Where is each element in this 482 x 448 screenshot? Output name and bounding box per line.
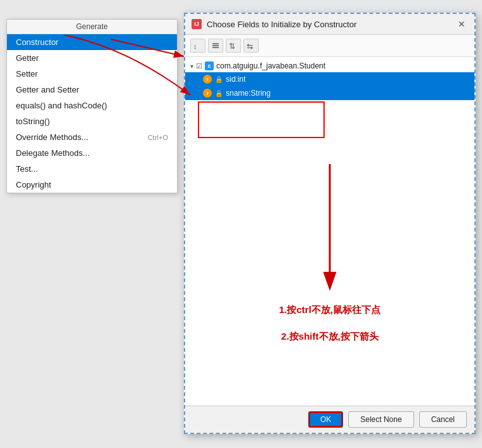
tree-chevron: ▾ [190,63,193,70]
title-left: IJ Choose Fields to Initialize by Constr… [192,19,356,29]
menu-item-label: Constructor [16,37,58,47]
menu-item-override[interactable]: Override Methods... Ctrl+O [7,129,177,145]
class-icon: c [205,61,214,70]
dialog-icon: IJ [192,19,202,29]
swap-button[interactable]: ⇆ [244,39,259,53]
swap-icon: ⇆ [247,41,256,50]
lines-icon [211,41,220,50]
field-icon-sid: f [203,75,212,84]
menu-item-label: Override Methods... [16,132,88,142]
lock-icon-sid: 🔒 [215,76,223,83]
checkbox-parent[interactable]: ☑ [196,62,202,70]
annotation-line2: 2.按shift不放,按下箭头 [281,329,378,344]
menu-item-getter[interactable]: Getter [7,50,177,66]
menu-item-tostring[interactable]: toString() [7,113,177,129]
field-name-sname: sname:String [226,89,271,98]
tree-parent-row[interactable]: ▾ ☑ c com.atguigu.f_javabean.Student [185,60,474,72]
sort-button[interactable]: ↕ [190,39,205,53]
lock-icon-sname: 🔒 [215,90,223,97]
lines-button[interactable] [208,39,223,53]
field-row-sid[interactable]: f 🔒 sid:int [185,72,474,86]
menu-item-delegate[interactable]: Delegate Methods... [7,145,177,161]
menu-title: Generate [7,20,177,34]
class-name-text: com.atguigu.f_javabean.Student [216,61,325,70]
field-row-sname[interactable]: f 🔒 sname:String [185,86,474,100]
annotation-area: 1.按ctrl不放,鼠标往下点 2.按shift不放,按下箭头 [185,103,474,406]
select-none-button[interactable]: Select None [348,411,414,428]
menu-item-setter[interactable]: Setter [7,66,177,82]
ok-button[interactable]: OK [308,411,343,428]
menu-item-label: Test... [16,164,38,174]
field-icon-sname: f [203,89,212,98]
dialog-footer: OK Select None Cancel [185,406,474,433]
menu-item-shortcut: Ctrl+O [148,134,168,141]
dialog-close-button[interactable]: ✕ [455,19,468,29]
menu-item-label: Delegate Methods... [16,148,89,158]
menu-item-equals-hashcode[interactable]: equals() and hashCode() [7,98,177,113]
menu-item-label: equals() and hashCode() [16,101,107,110]
menu-item-label: Setter [16,69,38,79]
up-button[interactable]: ⇅ [226,39,241,53]
down-arrow-annotation [317,164,342,291]
menu-item-label: toString() [16,117,49,126]
svg-text:⇅: ⇅ [229,42,235,50]
svg-text:↕: ↕ [193,42,197,50]
field-tree: ▾ ☑ c com.atguigu.f_javabean.Student f 🔒… [185,57,474,103]
choose-fields-dialog: IJ Choose Fields to Initialize by Constr… [184,13,476,434]
cancel-button[interactable]: Cancel [419,411,467,428]
menu-item-constructor[interactable]: Constructor [7,34,177,50]
dialog-title-text: Choose Fields to Initialize by Construct… [207,20,356,29]
sort-icon: ↕ [193,41,202,50]
menu-item-label: Getter and Setter [16,85,79,94]
field-name-sid: sid:int [226,75,245,84]
menu-item-getter-setter[interactable]: Getter and Setter [7,82,177,98]
svg-text:⇆: ⇆ [247,42,253,50]
menu-item-label: Copyright [16,180,51,189]
dialog-titlebar: IJ Choose Fields to Initialize by Constr… [185,14,474,35]
menu-item-label: Getter [16,53,39,63]
menu-item-copyright[interactable]: Copyright [7,177,177,193]
menu-item-test[interactable]: Test... [7,161,177,177]
dialog-toolbar: ↕ ⇅ ⇆ [185,35,474,57]
generate-context-menu: Generate Constructor Getter Setter Gette… [6,19,178,193]
annotation-line1: 1.按ctrl不放,鼠标往下点 [279,302,381,317]
up-icon: ⇅ [229,41,238,50]
